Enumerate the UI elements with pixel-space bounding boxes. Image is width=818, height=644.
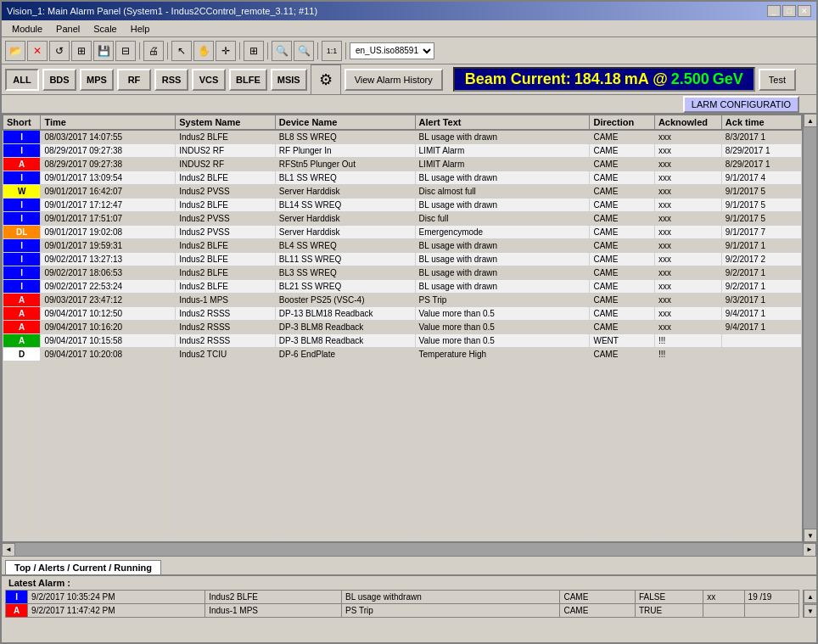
zoom-out-button[interactable]: 🔍 [294, 41, 314, 61]
cell-ack: xxx [654, 252, 721, 266]
cell-system: Indus2 TCIU [176, 347, 276, 361]
table-row-empty [3, 388, 802, 401]
filter-bar: ALL BDS MPS RF RSS VCS BLFE MSIS ⚙ View … [2, 64, 816, 95]
menu-panel[interactable]: Panel [49, 22, 87, 36]
beam-label: Beam Current: [465, 70, 571, 88]
view-alarm-history-button[interactable]: View Alarm History [345, 69, 443, 91]
test-button[interactable]: Test [759, 69, 796, 91]
col-direction: Direction [590, 115, 654, 131]
cell-alert: BL usage with drawn [415, 238, 590, 252]
cell-time: 09/04/2017 10:16:20 [41, 320, 176, 333]
larm-config-button[interactable]: LARM CONFIGURATIO [683, 96, 799, 113]
cell-time: 08/29/2017 09:27:38 [41, 157, 176, 171]
menu-scale[interactable]: Scale [87, 22, 124, 36]
cell-short: A [3, 293, 41, 306]
latest-alarm-section: Latest Alarm : I9/2/2017 10:35:24 PMIndu… [2, 574, 816, 642]
table-row[interactable]: I09/02/2017 18:06:53Indus2 BLFEBL3 SS WR… [3, 266, 802, 279]
latest-cell-system: Indus2 BLFE [205, 591, 342, 604]
filter-rf-button[interactable]: RF [117, 69, 151, 91]
table-row[interactable]: I09/01/2017 17:51:07Indus2 PVSSServer Ha… [3, 211, 802, 225]
close-button[interactable]: ✕ [798, 5, 811, 17]
table-row[interactable]: DL09/01/2017 19:02:08Indus2 PVSSServer H… [3, 225, 802, 238]
table-scrollbar[interactable]: ▲ ▼ [803, 114, 816, 542]
latest-alarm-row[interactable]: I9/2/2017 10:35:24 PMIndus2 BLFEBL usage… [6, 591, 799, 604]
zoom-reset-button[interactable]: 1:1 [322, 41, 342, 61]
filter-icon-button[interactable]: ⚙ [311, 64, 341, 95]
menu-module[interactable]: Module [5, 22, 49, 36]
cell-system: Indus2 BLFE [176, 198, 276, 211]
filter-all-button[interactable]: ALL [5, 69, 39, 91]
table-row[interactable]: I09/01/2017 13:09:54Indus2 BLFEBL1 SS WR… [3, 171, 802, 184]
filter-blfe-button[interactable]: BLFE [229, 69, 267, 91]
cell-alert: BL usage with drawn [415, 130, 590, 143]
table-row[interactable]: A09/04/2017 10:16:20Indus2 RSSSDP-3 BLM8… [3, 320, 802, 333]
save-button[interactable]: 💾 [93, 41, 114, 61]
scroll-down-button[interactable]: ▼ [804, 529, 816, 542]
scroll-left-button[interactable]: ◄ [2, 543, 15, 557]
cell-ack: xxx [654, 293, 721, 306]
locale-select[interactable]: en_US.iso88591 [350, 42, 434, 59]
filter-mps-button[interactable]: MPS [80, 69, 114, 91]
network2-button[interactable]: ⊟ [115, 41, 136, 61]
table-row[interactable]: A09/04/2017 10:15:58Indus2 RSSSDP-3 BLM8… [3, 333, 802, 347]
latest-alarm-row[interactable]: A9/2/2017 11:47:42 PMIndus-1 MPSPS TripC… [6, 604, 799, 618]
table-row[interactable]: I08/29/2017 09:27:38INDUS2 RFRF Plunger … [3, 143, 802, 157]
menu-help[interactable]: Help [124, 22, 157, 36]
cell-system: Indus2 RSSS [176, 333, 276, 347]
zoom-in-button[interactable]: 🔍 [272, 41, 292, 61]
table-row-empty [3, 469, 802, 483]
minimize-button[interactable]: _ [767, 5, 781, 17]
scroll-up-button[interactable]: ▲ [804, 114, 816, 127]
table-row[interactable]: I09/02/2017 13:27:13Indus2 BLFEBL11 SS W… [3, 252, 802, 266]
zoom-fit-button[interactable]: ⊞ [244, 41, 264, 61]
cursor-button[interactable]: ↖ [171, 41, 192, 61]
cell-alert: BL usage with drawn [415, 279, 590, 293]
cell-short: I [3, 130, 41, 143]
filter-vcs-button[interactable]: VCS [192, 69, 226, 91]
print-button[interactable]: 🖨 [143, 41, 164, 61]
table-row[interactable]: A09/03/2017 23:47:12Indus-1 MPSBooster P… [3, 293, 802, 306]
table-row[interactable]: I09/02/2017 22:53:24Indus2 BLFEBL21 SS W… [3, 279, 802, 293]
cell-alert: Value more than 0.5 [415, 306, 590, 320]
cell-time: 09/01/2017 13:09:54 [41, 171, 176, 184]
scroll-right-button[interactable]: ► [803, 543, 816, 557]
latest-scroll-down[interactable]: ▼ [804, 604, 817, 618]
move-button[interactable]: ✛ [216, 41, 236, 61]
latest-scroll-up[interactable]: ▲ [804, 590, 817, 603]
horizontal-scrollbar[interactable]: ◄ ► [2, 542, 816, 556]
table-row-empty [3, 401, 802, 415]
filter-msis-button[interactable]: MSIS [271, 69, 307, 91]
cell-device: DP-3 BLM8 Readback [275, 333, 415, 347]
cell-time: 09/01/2017 19:02:08 [41, 225, 176, 238]
alarm-table-container: Short Time System Name Device Name Alert… [2, 114, 803, 542]
title-bar: Vision_1: Main Alarm Panel (System1 - In… [2, 2, 816, 20]
table-row[interactable]: I09/01/2017 19:59:31Indus2 BLFEBL4 SS WR… [3, 238, 802, 252]
latest-cell-short: A [6, 604, 28, 618]
table-row[interactable]: D09/04/2017 10:20:08Indus2 TCIUDP-6 EndP… [3, 347, 802, 361]
cell-device: Booster PS25 (VSC-4) [275, 293, 415, 306]
hand-button[interactable]: ✋ [193, 41, 214, 61]
cell-alert: BL usage with drawn [415, 266, 590, 279]
scroll-track [804, 127, 816, 529]
table-row[interactable]: A09/04/2017 10:12:50Indus2 RSSSDP-13 BLM… [3, 306, 802, 320]
col-ack-time: Ack time [721, 115, 801, 131]
cell-device: BL4 SS WREQ [275, 238, 415, 252]
refresh-button[interactable]: ↺ [49, 41, 70, 61]
table-row[interactable]: I09/01/2017 17:12:47Indus2 BLFEBL14 SS W… [3, 198, 802, 211]
stop-button[interactable]: ✕ [27, 41, 48, 61]
network-button[interactable]: ⊞ [71, 41, 92, 61]
separator5 [317, 42, 318, 59]
table-row[interactable]: I08/03/2017 14:07:55Indus2 BLFEBL8 SS WR… [3, 130, 802, 143]
table-row[interactable]: A08/29/2017 09:27:38INDUS2 RFRFStn5 Plun… [3, 157, 802, 171]
latest-alarm-scrollbar[interactable]: ▲ ▼ [803, 590, 816, 618]
cell-ack_time: 8/29/2017 1 [721, 143, 801, 157]
latest-cell-alert: BL usage withdrawn [342, 591, 560, 604]
table-row[interactable]: W09/01/2017 16:42:07Indus2 PVSSServer Ha… [3, 184, 802, 198]
filter-rss-button[interactable]: RSS [154, 69, 188, 91]
open-button[interactable]: 📂 [5, 41, 25, 61]
cell-ack_time: 9/2/2017 2 [721, 252, 801, 266]
filter-bds-button[interactable]: BDS [42, 69, 76, 91]
tab-alerts-current-running[interactable]: Top / Alerts / Current / Running [5, 560, 161, 574]
cell-ack_time: 9/1/2017 4 [721, 171, 801, 184]
maximize-button[interactable]: □ [782, 5, 796, 17]
